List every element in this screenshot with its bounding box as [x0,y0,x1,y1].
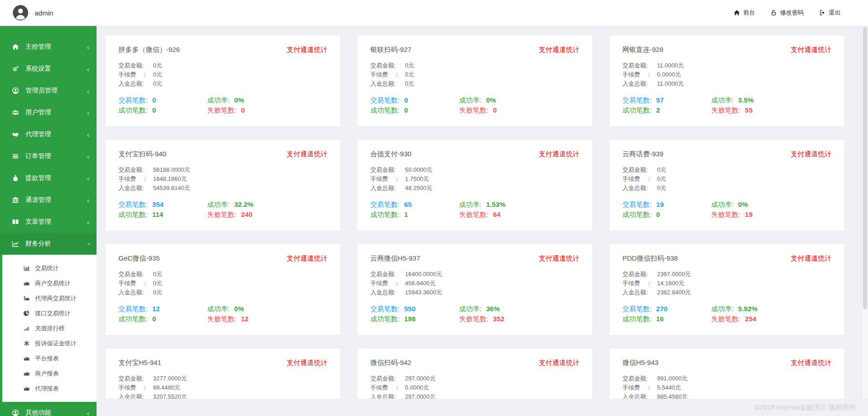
channel-card: PDD微信扫码-938 支付通道统计 交易金额:2397.0000元 手续费 ：… [610,244,844,335]
channel-stats-link[interactable]: 支付通道统计 [286,150,327,159]
sidebar-item-other-functions[interactable]: 其他功能 ‹ [0,402,97,416]
sidebar-item-channel-management[interactable]: 通道管理 ‹ [0,189,97,211]
sidebar-item-label: 代理管理 [26,130,87,139]
users-icon [12,109,20,116]
fail-count-label: 失败笔数: [711,211,740,218]
submenu-item-merchant-report[interactable]: 商户报表 [2,366,97,381]
total-value: 297.0000元 [405,393,435,399]
success-rate-value: 1.53% [486,200,506,208]
nav-change-password[interactable]: 修改密码 [771,9,804,17]
submenu-item-label: 平台报表 [35,354,59,363]
channel-stats-link[interactable]: 支付通道统计 [286,254,327,263]
fee-label: 手续费 ： [118,279,153,288]
avatar[interactable] [13,5,28,21]
sidebar-item-order-management[interactable]: 订单管理 ‹ [0,145,97,167]
success-count-label: 成功笔数: [370,106,399,114]
amount-label: 交易金额: [623,374,657,383]
total-value: 0元 [405,80,414,87]
success-count-label: 成功笔数: [623,315,652,323]
success-count-label: 成功笔数: [623,106,652,114]
fail-count-value: 19 [745,211,753,218]
handshake-icon [12,131,20,138]
tx-count-value: 57 [656,96,664,104]
submenu-item-transaction-stats[interactable]: 交易统计 [2,261,97,276]
vertical-scrollbar[interactable] [862,26,868,399]
tx-count-label: 交易笔数: [118,200,148,208]
fail-count-value: 254 [745,315,756,323]
sidebar-item-user-management[interactable]: 用户管理 ‹ [0,102,97,123]
sidebar-item-article-management[interactable]: 文章管理 ‹ [0,211,97,233]
amount-label: 交易金额: [623,165,657,175]
fee-value: 0元 [153,71,162,78]
tx-count-label: 交易笔数: [623,96,652,104]
fee-value: 69.4480元 [153,384,180,391]
amount-value: 297.0000元 [405,375,435,382]
channel-stats-link[interactable]: 支付通道统计 [791,254,832,263]
chevron-left-icon: ‹ [87,410,89,416]
sidebar-item-financial-analysis[interactable]: 财务分析 ‹ [0,233,97,255]
sidebar-item-label: 提款管理 [26,174,87,182]
submenu-item-label: 接口交易统计 [35,309,71,318]
tx-count-value: 19 [656,200,664,208]
channel-title: 云商微信H5-937 [370,254,420,263]
fee-value: 0.0000元 [405,384,429,391]
channel-stats-link[interactable]: 支付通道统计 [791,359,832,367]
success-rate-label: 成功率: [459,96,481,104]
channel-stats-link[interactable]: 支付通道统计 [286,46,327,54]
chevron-left-icon: ‹ [87,131,89,138]
success-count-value: 16 [656,315,664,323]
amount-label: 交易金额: [118,374,153,383]
total-value: 0元 [657,185,666,191]
area-chart-icon [23,355,31,362]
unlock-icon [771,10,777,16]
asterisk-icon [23,340,31,347]
home-icon [734,10,740,16]
nav-change-password-label: 修改密码 [780,9,804,17]
submenu-item-platform-report[interactable]: 平台报表 [2,351,97,366]
success-rate-value: 3.5% [738,96,754,104]
amount-label: 交易金额: [623,61,657,70]
list-icon [12,153,20,160]
submenu-item-complaint-deposit-stats[interactable]: 投诉保证金统计 [2,336,97,351]
submenu-item-agent-transaction-stats[interactable]: 代理商交易统计 [2,291,97,306]
fee-value: 0元 [153,280,162,287]
success-count-value: 0 [152,106,156,114]
sidebar-item-label: 管理员管理 [26,87,87,95]
fail-count-value: 12 [241,315,249,323]
nav-logout-label: 退出 [829,9,841,17]
nav-logout[interactable]: 退出 [819,9,841,17]
channel-title: GeC微信-935 [118,254,160,263]
sidebar-item-label: 文章管理 [26,218,87,226]
sidebar-item-main-control[interactable]: 主控管理 ‹ [0,36,97,58]
tx-count-label: 交易笔数: [118,305,148,313]
submenu-item-recharge-ranking[interactable]: 充值排行榜 [2,321,97,336]
channel-stats-link[interactable]: 支付通道统计 [539,254,580,263]
chevron-left-icon: ‹ [87,197,89,204]
channel-stats-link[interactable]: 支付通道统计 [539,150,580,159]
total-value: 15943.3600元 [405,289,442,296]
submenu-item-interface-transaction-stats[interactable]: 接口交易统计 [2,306,97,321]
copyright-text: ©2018 hnymwl金服演示 版权所有 [754,403,856,412]
success-count-value: 0 [404,106,408,114]
total-label: 入金总额: [370,288,405,297]
scrollbar-thumb[interactable] [863,27,867,309]
column-chart-icon [23,295,31,302]
sidebar-item-system-settings[interactable]: 系统设置 ‹ [0,58,97,80]
submenu-item-agent-report[interactable]: 代理报表 [2,381,97,396]
sidebar-item-admin-management[interactable]: 管理员管理 ‹ [0,80,97,102]
channel-stats-link[interactable]: 支付通道统计 [791,46,832,54]
sidebar-item-agent-management[interactable]: 代理管理 ‹ [0,123,97,145]
nav-frontend[interactable]: 前台 [734,9,755,17]
total-value: 54539.8140元 [153,185,190,191]
channel-stats-link[interactable]: 支付通道统计 [286,359,327,367]
total-label: 入金总额: [118,184,153,193]
channel-stats-link[interactable]: 支付通道统计 [539,359,580,367]
channel-stats-link[interactable]: 支付通道统计 [539,46,580,54]
submenu-item-merchant-transaction-stats[interactable]: 商户交易统计 [2,276,97,291]
fail-count-value: 0 [493,106,497,114]
fee-label: 手续费 ： [623,70,657,79]
channel-stats-link[interactable]: 支付通道统计 [791,150,832,159]
amount-value: 0元 [405,62,414,69]
submenu-item-label: 投诉保证金统计 [35,339,77,348]
sidebar-item-withdrawal-management[interactable]: 提款管理 ‹ [0,167,97,189]
